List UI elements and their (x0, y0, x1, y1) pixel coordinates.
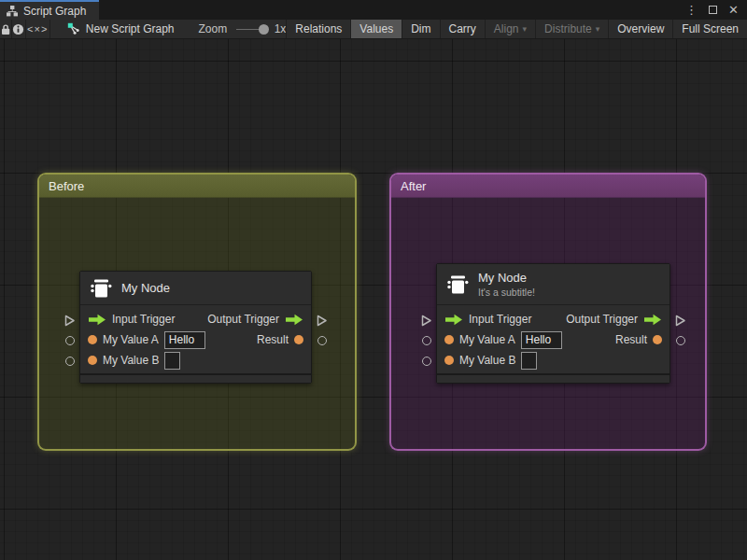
code-view-button[interactable]: <×> (26, 20, 50, 38)
node-body: Input Trigger Output Trigger My Value A … (437, 305, 669, 373)
tab-script-graph[interactable]: Script Graph (0, 0, 99, 20)
unit-icon (89, 276, 113, 301)
value-port-outer[interactable] (676, 336, 685, 345)
value-port-outer[interactable] (422, 336, 431, 345)
value-a-port[interactable]: My Value A (444, 331, 562, 349)
flow-port-outer[interactable] (421, 315, 432, 327)
overview-button[interactable]: Overview (608, 20, 672, 38)
tab-bar: Script Graph ⋮ ✕ (0, 0, 747, 20)
window-controls: ⋮ ✕ (685, 0, 747, 20)
node-footer (80, 375, 311, 383)
group-before-header[interactable]: Before (39, 175, 355, 198)
value-a-input[interactable] (164, 331, 205, 349)
value-port-icon (444, 335, 454, 344)
group-after-header[interactable]: After (391, 175, 705, 198)
value-port-icon (444, 356, 454, 365)
value-port-outer[interactable] (422, 357, 431, 366)
script-graph-icon (67, 22, 80, 35)
toolbar-toggle-group: Relations Values Dim Carry Align ▾ Distr… (286, 20, 747, 38)
graph-name-label: New Script Graph (86, 22, 175, 35)
value-b-input[interactable] (164, 352, 180, 370)
node-after[interactable]: My Node It's a subtitle! Input Trigger O… (436, 263, 670, 384)
result-port[interactable]: Result (257, 333, 303, 346)
value-port-outer[interactable] (317, 336, 327, 345)
menu-icon[interactable]: ⋮ (685, 4, 698, 16)
align-dropdown[interactable]: Align ▾ (485, 20, 535, 38)
node-header[interactable]: My Node It's a subtitle! (437, 264, 669, 305)
flow-arrow-icon (88, 314, 106, 326)
zoom-slider[interactable] (236, 20, 268, 39)
node-footer (437, 375, 669, 383)
fullscreen-button[interactable]: Full Screen (672, 20, 747, 38)
unit-icon (445, 273, 470, 297)
chevron-down-icon: ▾ (523, 24, 528, 34)
carry-button[interactable]: Carry (440, 20, 485, 38)
output-trigger-port[interactable]: Output Trigger (207, 313, 303, 326)
chevron-down-icon: ▾ (596, 24, 600, 34)
node-body: Input Trigger Output Trigger My Value A … (80, 305, 311, 373)
relations-button[interactable]: Relations (286, 20, 350, 38)
graph-hierarchy-icon (6, 5, 19, 17)
zoom-slider-handle[interactable] (259, 24, 269, 35)
dim-button[interactable]: Dim (402, 20, 439, 38)
node-title: My Node (121, 281, 170, 295)
node-subtitle: It's a subtitle! (478, 287, 535, 298)
flow-port-outer[interactable] (64, 315, 76, 327)
result-port[interactable]: Result (615, 333, 662, 346)
flow-arrow-icon (285, 314, 303, 326)
value-port-icon (88, 356, 97, 365)
lock-button[interactable] (0, 20, 12, 38)
value-b-port[interactable]: My Value B (88, 352, 180, 370)
value-port-icon (88, 335, 97, 344)
close-icon[interactable]: ✕ (728, 4, 739, 16)
output-trigger-port[interactable]: Output Trigger (566, 313, 662, 326)
maximize-icon[interactable] (709, 4, 717, 16)
zoom-label: Zoom (199, 22, 228, 35)
lock-icon (0, 23, 11, 35)
tab-title: Script Graph (23, 5, 86, 18)
node-before[interactable]: My Node Input Trigger Output Trigger (79, 271, 312, 384)
script-graph-window: Script Graph ⋮ ✕ <×> New Script Graph (0, 0, 747, 560)
group-before-label: Before (49, 179, 84, 193)
value-port-outer[interactable] (65, 357, 75, 366)
input-trigger-port[interactable]: Input Trigger (88, 313, 175, 326)
node-title: My Node (478, 271, 535, 285)
node-header[interactable]: My Node (80, 272, 311, 305)
value-port-icon (653, 335, 662, 344)
value-port-outer[interactable] (65, 336, 75, 345)
values-button[interactable]: Values (350, 20, 402, 38)
flow-port-outer[interactable] (317, 315, 328, 327)
input-trigger-port[interactable]: Input Trigger (444, 313, 531, 326)
graph-toolbar: <×> New Script Graph Zoom 1x Relations V… (0, 20, 747, 39)
flow-port-outer[interactable] (675, 315, 686, 327)
info-button[interactable] (12, 20, 26, 38)
value-port-icon (294, 335, 303, 344)
distribute-dropdown[interactable]: Distribute ▾ (535, 20, 608, 38)
value-a-port[interactable]: My Value A (88, 331, 205, 349)
value-b-input[interactable] (521, 352, 537, 370)
graph-name-button[interactable]: New Script Graph (67, 22, 175, 35)
code-icon: <×> (27, 23, 48, 35)
flow-arrow-icon (444, 314, 463, 326)
info-icon (12, 23, 24, 35)
flow-arrow-icon (643, 314, 662, 326)
zoom-value: 1x (275, 22, 287, 35)
value-b-port[interactable]: My Value B (444, 352, 537, 370)
graph-canvas[interactable]: Before After My Node Input Trigger (0, 39, 747, 560)
value-a-input[interactable] (521, 331, 562, 349)
group-after-label: After (401, 179, 426, 193)
